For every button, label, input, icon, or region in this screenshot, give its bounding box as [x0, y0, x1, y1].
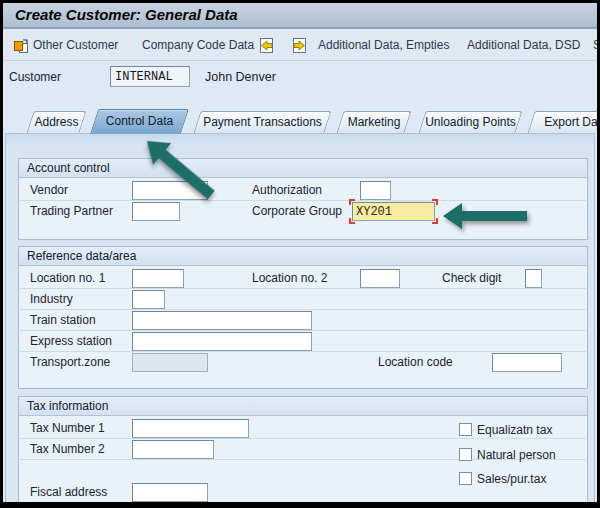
reference-data-header: Reference data/area	[19, 247, 587, 266]
corporate-group-input[interactable]	[352, 202, 435, 221]
express-station-label: Express station	[30, 331, 112, 352]
sap-screen: Create Customer: General Data Other Cust…	[3, 3, 597, 502]
application-toolbar: Other Customer Company Code Data	[3, 31, 597, 61]
vendor-label: Vendor	[30, 180, 68, 201]
equalizatn-tax-checkbox[interactable]	[459, 423, 472, 436]
focus-corner	[432, 199, 438, 205]
tab-payment-transactions[interactable]: Payment Transactions	[192, 111, 333, 133]
additional-data-empties-button[interactable]: Additional Data, Empties	[318, 31, 449, 60]
focus-corner	[349, 199, 355, 205]
tab-unloading-points[interactable]: Unloading Points	[417, 111, 524, 133]
location1-label: Location no. 1	[30, 268, 105, 289]
train-station-label: Train station	[30, 310, 96, 331]
other-customer-button[interactable]: Other Customer	[13, 31, 118, 60]
express-station-input[interactable]	[132, 332, 312, 351]
transport-zone-label: Transport.zone	[30, 352, 110, 373]
corporate-group-label: Corporate Group	[252, 201, 342, 222]
natural-person-checkbox[interactable]	[459, 448, 472, 461]
tax-information-group: Tax information Tax Number 1 Tax Number …	[18, 396, 588, 502]
page-title: Create Customer: General Data	[15, 6, 238, 23]
tab-address[interactable]: Address	[25, 111, 88, 133]
account-control-header: Account control	[19, 159, 587, 178]
fiscal-address-label: Fiscal address	[30, 482, 107, 502]
tax-information-header: Tax information	[19, 397, 587, 416]
next-screen-button[interactable]	[291, 31, 308, 60]
industry-input[interactable]	[132, 290, 165, 309]
tax-number2-label: Tax Number 2	[30, 439, 105, 460]
additional-data-dsd-button[interactable]: Additional Data, DSD	[467, 31, 580, 60]
focus-corner	[349, 218, 355, 224]
check-digit-label: Check digit	[442, 268, 501, 289]
tax-number1-input[interactable]	[132, 419, 249, 438]
tax-number1-label: Tax Number 1	[30, 418, 105, 439]
reference-data-group: Reference data/area Location no. 1 Locat…	[18, 246, 588, 389]
authorization-label: Authorization	[252, 180, 322, 201]
equalizatn-tax-label: Equalizatn tax	[477, 423, 552, 437]
tab-export-data[interactable]: Export Data	[526, 111, 597, 133]
clipped-toolbar-button[interactable]: S	[593, 31, 597, 60]
vendor-input[interactable]	[132, 181, 208, 200]
location-code-input[interactable]	[492, 353, 562, 372]
customer-input[interactable]	[110, 66, 190, 87]
clipped-toolbar-label: S	[593, 31, 597, 60]
train-station-input[interactable]	[132, 311, 312, 330]
tab-control-data[interactable]: Control Data	[89, 109, 190, 134]
sales-pur-tax-label: Sales/pur.tax	[477, 472, 546, 486]
company-code-data-button[interactable]: Company Code Data	[142, 31, 254, 60]
title-bar: Create Customer: General Data	[3, 3, 597, 29]
trading-partner-label: Trading Partner	[30, 201, 113, 222]
previous-screen-icon	[258, 37, 275, 54]
previous-screen-button[interactable]	[258, 31, 275, 60]
account-control-group: Account control Vendor Authorization Tra…	[18, 158, 588, 240]
natural-person-label: Natural person	[477, 448, 556, 462]
fiscal-address-input[interactable]	[132, 483, 208, 502]
focus-corner	[432, 218, 438, 224]
transport-zone-input[interactable]	[132, 353, 208, 372]
additional-data-dsd-label: Additional Data, DSD	[467, 31, 580, 60]
authorization-input[interactable]	[360, 181, 391, 200]
location2-input[interactable]	[360, 269, 400, 288]
location2-label: Location no. 2	[252, 268, 327, 289]
tab-strip: Address Control Data Payment Transaction…	[5, 109, 595, 133]
corporate-group-focus-frame	[349, 199, 438, 224]
other-customer-icon	[13, 38, 29, 54]
trading-partner-input[interactable]	[132, 202, 180, 221]
customer-name-text: John Denver	[205, 70, 276, 84]
company-code-data-label: Company Code Data	[142, 31, 254, 60]
sales-pur-tax-checkbox[interactable]	[459, 472, 472, 485]
next-screen-icon	[291, 37, 308, 54]
tax-number2-input[interactable]	[132, 440, 214, 459]
customer-field-label: Customer	[9, 70, 61, 84]
tab-marketing[interactable]: Marketing	[335, 111, 413, 133]
check-digit-input[interactable]	[525, 269, 542, 288]
industry-label: Industry	[30, 289, 73, 310]
other-customer-label: Other Customer	[33, 31, 118, 60]
location-code-label: Location code	[378, 352, 453, 373]
additional-data-empties-label: Additional Data, Empties	[318, 31, 449, 60]
app-window: Create Customer: General Data Other Cust…	[0, 0, 600, 508]
location1-input[interactable]	[132, 269, 184, 288]
